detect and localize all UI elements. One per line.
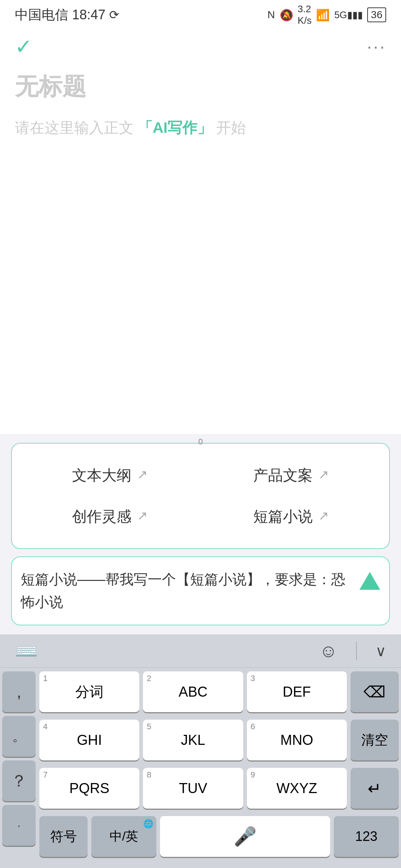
battery-icon: 36	[367, 7, 386, 22]
save-button[interactable]: ✓	[15, 34, 32, 59]
nfc-icon: N	[267, 9, 275, 21]
symbol-label: 符号	[50, 828, 77, 846]
ai-tool-product[interactable]: 产品文案 ↙	[200, 455, 382, 496]
content-area[interactable]: 请在这里输入正文 「AI写作」 开始	[0, 106, 401, 218]
enter-icon: ↵	[368, 779, 381, 798]
bell-icon: 🔕	[280, 9, 293, 22]
ai-tool-inspiration-label: 创作灵感	[72, 506, 131, 527]
ai-tool-shortstory[interactable]: 短篇小说 ↙	[200, 496, 382, 537]
key-label-wxyz: WXYZ	[276, 780, 317, 796]
ai-tool-outline[interactable]: 文本大纲 ↙	[19, 455, 200, 496]
key-label-jkl: JKL	[181, 732, 205, 748]
punct-period[interactable]: 。	[2, 716, 36, 757]
key-num-4: 4	[43, 722, 48, 731]
key-num-9: 9	[251, 770, 255, 780]
update-icon: ⟳	[109, 8, 119, 22]
punct-question[interactable]: ？	[2, 760, 36, 801]
ai-tool-inspiration[interactable]: 创作灵感 ↙	[19, 496, 200, 537]
key-mno[interactable]: 6 MNO	[247, 720, 347, 760]
expand-icon-product: ↙	[319, 468, 329, 483]
bottom-overlay: 文本大纲 ↙ 产品文案 ↙ 创作灵感 ↙ 短篇小说 ↙ 短篇小说——帮我写一	[0, 434, 401, 868]
keyboard-top-bar: ⌨️ ☺ ∨	[0, 634, 401, 668]
kb-divider	[356, 642, 357, 660]
speed-icon: 3.2K/s	[298, 3, 312, 26]
kb-top-right: ☺ ∨	[319, 641, 386, 661]
key-num-7: 7	[43, 770, 48, 780]
ai-tool-shortstory-label: 短篇小说	[253, 506, 313, 527]
placeholder-part1: 请在这里输入正文	[15, 119, 138, 136]
key-label-fenchi: 分词	[75, 683, 104, 701]
status-bar: 中国电信 18:47 ⟳ N 🔕 3.2K/s 📶 5G▮▮▮ 36	[0, 0, 401, 30]
key-jkl[interactable]: 5 JKL	[143, 720, 243, 760]
more-button[interactable]: ···	[367, 36, 386, 57]
enter-button[interactable]: ↵	[351, 768, 399, 809]
key-wxyz[interactable]: 9 WXYZ	[247, 768, 347, 809]
send-button[interactable]	[359, 572, 380, 590]
key-fenchi[interactable]: 1 分词	[39, 671, 139, 712]
action-bar: ✓ ···	[0, 30, 401, 63]
space-button[interactable]: 0 🎤	[160, 816, 330, 857]
expand-icon-inspiration: ↙	[137, 509, 148, 524]
symbol-button[interactable]: 符号	[39, 816, 88, 857]
keyboard[interactable]: ⌨️ ☺ ∨ , 。 ？ · 1	[0, 634, 401, 868]
clear-button[interactable]: 清空	[351, 720, 399, 760]
kb-top-left: ⌨️	[15, 640, 38, 662]
mic-icon: 🎤	[234, 826, 257, 847]
punct-col: , 。 ？ ·	[2, 671, 36, 861]
ai-input-box[interactable]: 短篇小说——帮我写一个【短篇小说】，要求是：恐怖小说	[11, 556, 390, 625]
carrier-time: 中国电信 18:47 ⟳	[15, 6, 119, 24]
placeholder-part2: 开始	[212, 119, 246, 136]
key-label-tuv: TUV	[179, 780, 207, 796]
key-label-ghi: GHI	[77, 732, 102, 748]
placeholder-text: 请在这里输入正文 「AI写作」 开始	[15, 118, 386, 138]
key-num-2: 2	[147, 674, 151, 683]
key-num-1: 1	[43, 674, 48, 683]
key-def[interactable]: 3 DEF	[247, 671, 347, 712]
lang-button[interactable]: 🌐 中/英	[91, 816, 156, 857]
expand-icon-outline: ↙	[137, 468, 148, 483]
keyboard-main: , 。 ？ · 1 分词 2 ABC 3	[0, 668, 401, 861]
doc-title[interactable]: 无标题	[15, 70, 386, 103]
key-num-6: 6	[251, 722, 255, 731]
number-keys-area: 1 分词 2 ABC 3 DEF ⌫	[39, 671, 399, 861]
key-pqrs[interactable]: 7 PQRS	[39, 768, 139, 809]
globe-small-icon: 🌐	[143, 819, 153, 829]
kb-bottom-row: 符号 🌐 中/英 0 🎤 123	[39, 816, 399, 857]
key-label-def: DEF	[283, 684, 311, 700]
key-ghi[interactable]: 4 GHI	[39, 720, 139, 760]
ai-tools-grid: 文本大纲 ↙ 产品文案 ↙ 创作灵感 ↙ 短篇小说 ↙	[19, 455, 382, 537]
kb-row-3: 7 PQRS 8 TUV 9 WXYZ ↵	[39, 768, 399, 809]
ai-tools-panel: 文本大纲 ↙ 产品文案 ↙ 创作灵感 ↙ 短篇小说 ↙ 短篇小说——帮我写一	[0, 434, 401, 634]
key-tuv[interactable]: 8 TUV	[143, 768, 243, 809]
ai-tool-product-label: 产品文案	[253, 465, 313, 486]
punct-dot[interactable]: ·	[2, 805, 36, 846]
wifi-icon: 📶	[316, 9, 330, 22]
ai-tool-outline-label: 文本大纲	[72, 465, 131, 486]
numeric-label: 123	[355, 829, 377, 844]
status-icons: N 🔕 3.2K/s 📶 5G▮▮▮ 36	[267, 3, 386, 26]
key-num-3: 3	[251, 674, 255, 683]
time: 18:47	[72, 7, 105, 23]
hide-keyboard-button[interactable]: ∨	[375, 642, 386, 660]
key-abc[interactable]: 2 ABC	[143, 671, 243, 712]
numeric-button[interactable]: 123	[334, 816, 399, 857]
ai-tools-grid-box: 文本大纲 ↙ 产品文案 ↙ 创作灵感 ↙ 短篇小说 ↙	[11, 443, 390, 549]
key-num-8: 8	[147, 770, 151, 780]
key-label-abc: ABC	[179, 684, 208, 700]
kb-row-1: 1 分词 2 ABC 3 DEF ⌫	[39, 671, 399, 712]
punct-comma[interactable]: ,	[2, 671, 36, 712]
delete-icon: ⌫	[363, 683, 385, 701]
send-icon	[359, 572, 380, 590]
key-label-pqrs: PQRS	[69, 780, 110, 796]
key-label-mno: MNO	[280, 732, 313, 748]
ai-input-text: 短篇小说——帮我写一个【短篇小说】，要求是：恐怖小说	[21, 568, 352, 614]
keyboard-bottom-spacer	[0, 861, 401, 868]
emoji-button[interactable]: ☺	[319, 641, 338, 661]
key-num-5: 5	[147, 722, 151, 731]
delete-button[interactable]: ⌫	[351, 671, 399, 712]
keyboard-globe-icon[interactable]: ⌨️	[15, 640, 38, 662]
title-area: 无标题	[0, 63, 401, 106]
lang-label: 中/英	[110, 828, 138, 845]
space-num: 0	[198, 437, 203, 447]
signal-icon: 5G▮▮▮	[334, 9, 363, 21]
